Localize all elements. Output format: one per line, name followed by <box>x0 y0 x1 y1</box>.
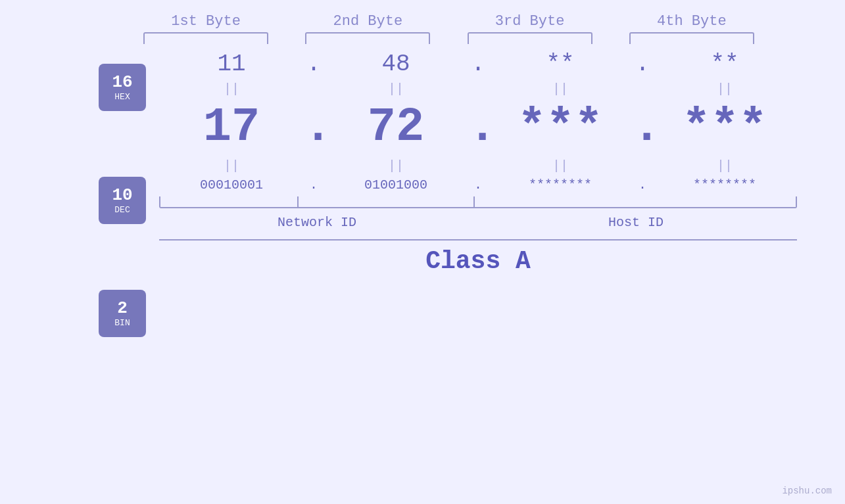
dec-values-row: 17 . 72 . *** . *** <box>159 101 797 154</box>
dec-byte3: *** <box>488 101 633 154</box>
hex-dot1: . <box>304 51 324 78</box>
dec-dot3: . <box>633 101 652 154</box>
dec-dot1: . <box>304 101 324 154</box>
dec-dot2: . <box>468 101 488 154</box>
badge-dec: 10 DEC <box>99 177 146 224</box>
top-brackets <box>125 32 773 44</box>
eq1-b2: || <box>324 81 468 97</box>
dec-byte1: 17 <box>159 101 304 154</box>
network-id-label: Network ID <box>159 215 475 230</box>
watermark: ipshu.com <box>782 486 832 496</box>
byte2-header: 2nd Byte <box>295 13 440 30</box>
id-labels-row: Network ID Host ID <box>159 215 797 230</box>
main-values-area: 16 HEX 10 DEC 2 BIN 11 . 48 . ** . ** <box>99 51 746 337</box>
eq2-b3: || <box>488 158 633 173</box>
hex-byte1: 11 <box>159 51 304 78</box>
bin-dot1: . <box>304 177 324 193</box>
class-line <box>159 239 797 241</box>
bin-byte4: ******** <box>652 177 797 193</box>
class-label: Class A <box>159 247 797 275</box>
badge-hex-label: HEX <box>114 92 130 102</box>
eq2-b2: || <box>324 158 468 173</box>
bin-dot2: . <box>468 177 488 193</box>
main-container: 1st Byte 2nd Byte 3rd Byte 4th Byte 16 H… <box>0 0 845 504</box>
eq2-b1: || <box>159 158 304 173</box>
bin-byte1: 00010001 <box>159 177 304 193</box>
values-grid: 11 . 48 . ** . ** || || || || 17 <box>159 51 797 275</box>
bracket-byte1 <box>143 32 268 44</box>
bin-byte2: 01001000 <box>324 177 468 193</box>
equals-row-1: || || || || <box>159 78 797 101</box>
badge-dec-label: DEC <box>114 205 130 215</box>
byte-headers-row: 1st Byte 2nd Byte 3rd Byte 4th Byte <box>125 13 773 30</box>
dec-byte2: 72 <box>324 101 468 154</box>
badges-column: 16 HEX 10 DEC 2 BIN <box>99 64 146 337</box>
bracket-byte2 <box>305 32 430 44</box>
bracket-byte4 <box>629 32 754 44</box>
badge-dec-num: 10 <box>112 186 132 205</box>
byte3-header: 3rd Byte <box>458 13 602 30</box>
byte1-header: 1st Byte <box>133 13 278 30</box>
badge-bin-num: 2 <box>117 299 128 318</box>
bin-values-row: 00010001 . 01001000 . ******** . *******… <box>159 177 797 193</box>
badge-hex: 16 HEX <box>99 64 146 111</box>
class-section: Class A <box>159 239 797 275</box>
byte4-header: 4th Byte <box>619 13 764 30</box>
eq1-b3: || <box>488 81 633 97</box>
badge-bin-label: BIN <box>114 318 130 328</box>
hex-dot2: . <box>468 51 488 78</box>
badge-bin: 2 BIN <box>99 290 146 337</box>
eq1-b1: || <box>159 81 304 97</box>
bin-dot3: . <box>633 177 652 193</box>
bracket-byte3 <box>468 32 592 44</box>
hex-byte3: ** <box>488 51 633 78</box>
hex-dot3: . <box>633 51 652 78</box>
bin-byte3: ******** <box>488 177 633 193</box>
hex-values-row: 11 . 48 . ** . ** <box>159 51 797 78</box>
dec-byte4: *** <box>652 101 797 154</box>
hex-byte2: 48 <box>324 51 468 78</box>
eq2-b4: || <box>652 158 797 173</box>
eq1-b4: || <box>652 81 797 97</box>
host-id-label: Host ID <box>475 215 797 230</box>
bottom-brackets-container <box>159 196 797 211</box>
bracket-host-id <box>297 196 797 208</box>
equals-row-2: || || || || <box>159 154 797 177</box>
hex-byte4: ** <box>652 51 797 78</box>
badge-hex-num: 16 <box>112 73 132 92</box>
